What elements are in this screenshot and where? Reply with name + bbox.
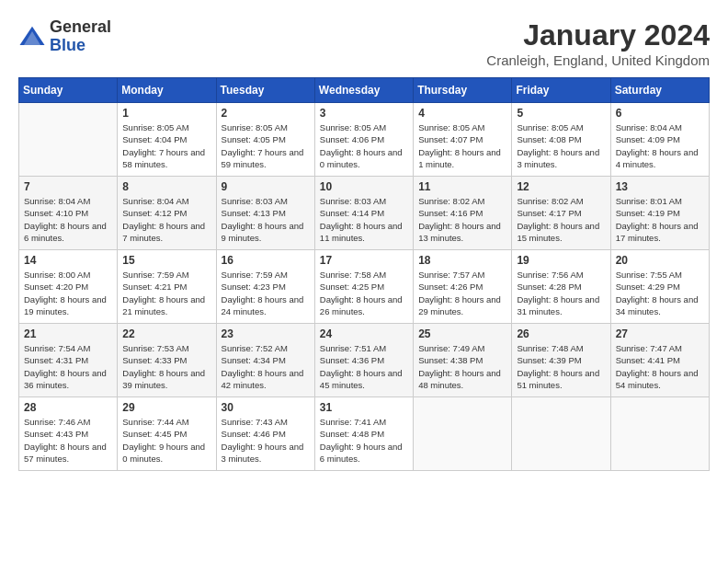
day-number: 12: [517, 180, 605, 193]
day-number: 17: [320, 254, 408, 267]
calendar-cell: 26Sunrise: 7:48 AMSunset: 4:39 PMDayligh…: [512, 324, 610, 397]
day-info: Sunrise: 7:59 AMSunset: 4:21 PMDaylight:…: [122, 269, 210, 317]
day-number: 8: [122, 180, 210, 193]
calendar-cell: 14Sunrise: 8:00 AMSunset: 4:20 PMDayligh…: [19, 250, 118, 324]
calendar-cell: 28Sunrise: 7:46 AMSunset: 4:43 PMDayligh…: [19, 397, 118, 471]
location-title: Cranleigh, England, United Kingdom: [486, 52, 710, 68]
calendar-week-row: 1Sunrise: 8:05 AMSunset: 4:04 PMDaylight…: [19, 103, 710, 177]
calendar-cell: [610, 397, 709, 471]
day-number: 23: [222, 327, 310, 340]
day-number: 11: [418, 180, 506, 193]
calendar-week-row: 14Sunrise: 8:00 AMSunset: 4:20 PMDayligh…: [19, 250, 710, 324]
day-info: Sunrise: 8:01 AMSunset: 4:19 PMDaylight:…: [616, 195, 704, 244]
day-number: 18: [418, 254, 506, 267]
day-info: Sunrise: 8:05 AMSunset: 4:07 PMDaylight:…: [418, 121, 506, 170]
day-info: Sunrise: 7:51 AMSunset: 4:36 PMDaylight:…: [320, 342, 408, 391]
calendar-cell: 17Sunrise: 7:58 AMSunset: 4:25 PMDayligh…: [314, 250, 413, 324]
weekday-header: Monday: [118, 78, 216, 103]
day-info: Sunrise: 8:03 AMSunset: 4:13 PMDaylight:…: [222, 195, 310, 244]
day-number: 22: [122, 327, 210, 340]
day-info: Sunrise: 7:48 AMSunset: 4:39 PMDaylight:…: [517, 342, 605, 391]
weekday-header: Thursday: [414, 78, 512, 103]
weekday-header: Sunday: [19, 78, 118, 103]
header-row: SundayMondayTuesdayWednesdayThursdayFrid…: [19, 78, 710, 103]
day-info: Sunrise: 7:54 AMSunset: 4:31 PMDaylight:…: [24, 342, 112, 391]
calendar-cell: 31Sunrise: 7:41 AMSunset: 4:48 PMDayligh…: [314, 397, 413, 471]
calendar-cell: 25Sunrise: 7:49 AMSunset: 4:38 PMDayligh…: [414, 324, 512, 397]
day-number: 27: [616, 327, 704, 340]
day-info: Sunrise: 8:05 AMSunset: 4:05 PMDaylight:…: [222, 121, 310, 170]
day-info: Sunrise: 7:43 AMSunset: 4:46 PMDaylight:…: [222, 416, 310, 465]
header: General Blue January 2024 Cranleigh, Eng…: [18, 18, 710, 68]
logo-text: General Blue: [50, 18, 111, 55]
day-number: 2: [222, 107, 310, 120]
day-number: 24: [320, 327, 408, 340]
day-number: 26: [517, 327, 605, 340]
day-info: Sunrise: 7:41 AMSunset: 4:48 PMDaylight:…: [320, 416, 408, 465]
calendar-cell: 6Sunrise: 8:04 AMSunset: 4:09 PMDaylight…: [610, 103, 709, 177]
day-info: Sunrise: 7:57 AMSunset: 4:26 PMDaylight:…: [418, 269, 506, 317]
calendar-cell: 22Sunrise: 7:53 AMSunset: 4:33 PMDayligh…: [118, 324, 216, 397]
calendar-cell: 2Sunrise: 8:05 AMSunset: 4:05 PMDaylight…: [216, 103, 314, 177]
day-info: Sunrise: 7:53 AMSunset: 4:33 PMDaylight:…: [122, 342, 210, 391]
title-area: January 2024 Cranleigh, England, United …: [486, 18, 710, 68]
calendar-table: SundayMondayTuesdayWednesdayThursdayFrid…: [18, 77, 710, 471]
day-info: Sunrise: 7:58 AMSunset: 4:25 PMDaylight:…: [320, 269, 408, 317]
day-info: Sunrise: 8:03 AMSunset: 4:14 PMDaylight:…: [320, 195, 408, 244]
day-info: Sunrise: 8:02 AMSunset: 4:16 PMDaylight:…: [418, 195, 506, 244]
day-number: 10: [320, 180, 408, 193]
day-info: Sunrise: 8:04 AMSunset: 4:09 PMDaylight:…: [616, 121, 704, 170]
calendar-cell: 24Sunrise: 7:51 AMSunset: 4:36 PMDayligh…: [314, 324, 413, 397]
day-number: 5: [517, 107, 605, 120]
calendar-cell: 7Sunrise: 8:04 AMSunset: 4:10 PMDaylight…: [19, 177, 118, 250]
calendar-cell: 19Sunrise: 7:56 AMSunset: 4:28 PMDayligh…: [512, 250, 610, 324]
day-info: Sunrise: 7:55 AMSunset: 4:29 PMDaylight:…: [616, 269, 704, 317]
day-info: Sunrise: 7:56 AMSunset: 4:28 PMDaylight:…: [517, 269, 605, 317]
calendar-cell: 29Sunrise: 7:44 AMSunset: 4:45 PMDayligh…: [118, 397, 216, 471]
day-number: 21: [24, 327, 112, 340]
calendar-cell: 4Sunrise: 8:05 AMSunset: 4:07 PMDaylight…: [414, 103, 512, 177]
day-info: Sunrise: 8:05 AMSunset: 4:04 PMDaylight:…: [122, 121, 210, 170]
day-info: Sunrise: 8:04 AMSunset: 4:10 PMDaylight:…: [24, 195, 112, 244]
day-info: Sunrise: 8:04 AMSunset: 4:12 PMDaylight:…: [122, 195, 210, 244]
day-number: 15: [122, 254, 210, 267]
day-number: 25: [418, 327, 506, 340]
calendar-cell: 11Sunrise: 8:02 AMSunset: 4:16 PMDayligh…: [414, 177, 512, 250]
calendar-cell: 16Sunrise: 7:59 AMSunset: 4:23 PMDayligh…: [216, 250, 314, 324]
calendar-cell: 21Sunrise: 7:54 AMSunset: 4:31 PMDayligh…: [19, 324, 118, 397]
calendar-cell: 9Sunrise: 8:03 AMSunset: 4:13 PMDaylight…: [216, 177, 314, 250]
day-number: 20: [616, 254, 704, 267]
calendar-cell: 12Sunrise: 8:02 AMSunset: 4:17 PMDayligh…: [512, 177, 610, 250]
calendar-cell: 30Sunrise: 7:43 AMSunset: 4:46 PMDayligh…: [216, 397, 314, 471]
weekday-header: Saturday: [610, 78, 709, 103]
day-number: 29: [122, 401, 210, 414]
day-info: Sunrise: 8:05 AMSunset: 4:06 PMDaylight:…: [320, 121, 408, 170]
day-number: 9: [222, 180, 310, 193]
day-info: Sunrise: 8:00 AMSunset: 4:20 PMDaylight:…: [24, 269, 112, 317]
day-number: 16: [222, 254, 310, 267]
day-info: Sunrise: 7:46 AMSunset: 4:43 PMDaylight:…: [24, 416, 112, 465]
logo-line2: Blue: [50, 37, 111, 55]
calendar-cell: 15Sunrise: 7:59 AMSunset: 4:21 PMDayligh…: [118, 250, 216, 324]
calendar-cell: 5Sunrise: 8:05 AMSunset: 4:08 PMDaylight…: [512, 103, 610, 177]
day-number: 19: [517, 254, 605, 267]
calendar-cell: 3Sunrise: 8:05 AMSunset: 4:06 PMDaylight…: [314, 103, 413, 177]
month-title: January 2024: [486, 18, 710, 52]
calendar-cell: 23Sunrise: 7:52 AMSunset: 4:34 PMDayligh…: [216, 324, 314, 397]
calendar-cell: 10Sunrise: 8:03 AMSunset: 4:14 PMDayligh…: [314, 177, 413, 250]
day-info: Sunrise: 8:05 AMSunset: 4:08 PMDaylight:…: [517, 121, 605, 170]
day-number: 30: [222, 401, 310, 414]
calendar-cell: [414, 397, 512, 471]
calendar-cell: 8Sunrise: 8:04 AMSunset: 4:12 PMDaylight…: [118, 177, 216, 250]
day-number: 4: [418, 107, 506, 120]
day-number: 14: [24, 254, 112, 267]
weekday-header: Tuesday: [216, 78, 314, 103]
day-number: 28: [24, 401, 112, 414]
day-number: 7: [24, 180, 112, 193]
logo-icon: [18, 23, 46, 51]
day-number: 31: [320, 401, 408, 414]
day-info: Sunrise: 7:49 AMSunset: 4:38 PMDaylight:…: [418, 342, 506, 391]
calendar-cell: [19, 103, 118, 177]
calendar-week-row: 28Sunrise: 7:46 AMSunset: 4:43 PMDayligh…: [19, 397, 710, 471]
logo-line1: General: [50, 18, 111, 37]
